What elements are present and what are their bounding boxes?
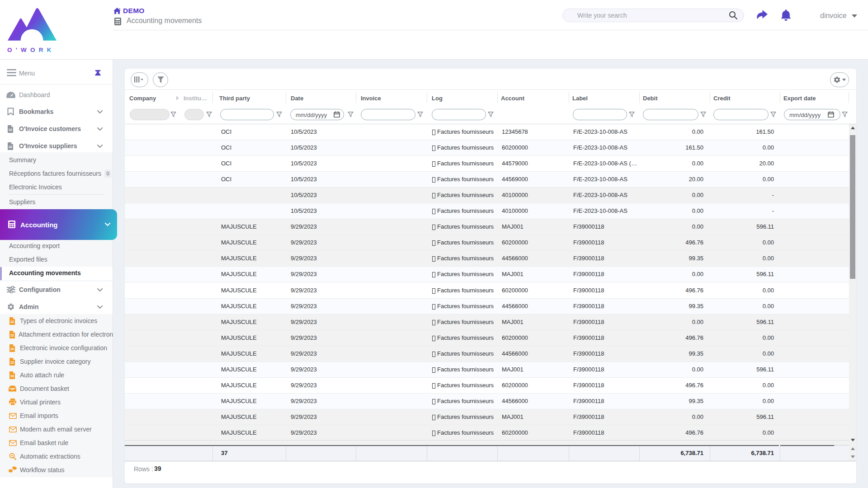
svg-text:O'WORK: O'WORK bbox=[7, 47, 55, 53]
